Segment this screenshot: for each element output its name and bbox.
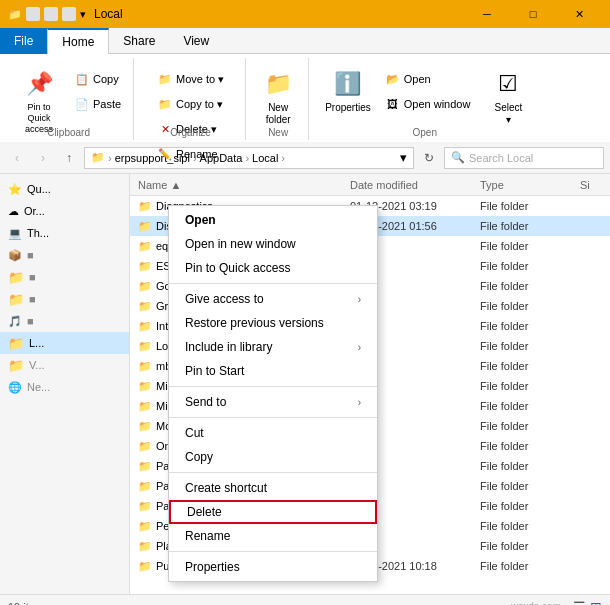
col-type[interactable]: Type (480, 179, 580, 191)
tab-home[interactable]: Home (47, 28, 109, 54)
new-folder-button[interactable]: 📁 Newfolder (256, 64, 300, 130)
ctx-open[interactable]: Open (169, 208, 377, 232)
copy-label: Copy (93, 73, 119, 85)
v-icon: 📁 (8, 358, 24, 373)
copy-to-button[interactable]: 📁 Copy to ▾ (153, 93, 228, 115)
address-path[interactable]: 📁 › erpsupport_sipl › AppData › Local › … (84, 147, 414, 169)
rename-button[interactable]: ✏️ Rename (153, 143, 228, 165)
ribbon-group-organize: 📁 Move to ▾ 📁 Copy to ▾ ✕ Delete ▾ ✏️ Re… (136, 58, 246, 140)
sidebar-item-onedrive[interactable]: ☁ Or... (0, 200, 129, 222)
copy-button[interactable]: 📋 Copy (70, 68, 125, 90)
ctx-pin-start[interactable]: Pin to Start (169, 359, 377, 383)
item-count: 19 items (8, 601, 50, 606)
file-folder-icon: 📁 (138, 340, 152, 353)
ctx-give-access[interactable]: Give access to › (169, 287, 377, 311)
sidebar-item-network[interactable]: 🌐 Ne... (0, 376, 129, 398)
paste-label: Paste (93, 98, 121, 110)
ribbon-tabs: File Home Share View (0, 28, 610, 54)
ctx-create-shortcut[interactable]: Create shortcut (169, 476, 377, 500)
col-name[interactable]: Name ▲ (130, 179, 350, 191)
ctx-send-to[interactable]: Send to › (169, 390, 377, 414)
file-folder-icon: 📁 (138, 360, 152, 373)
file-folder-icon: 📁 (138, 560, 152, 573)
file-folder-icon: 📁 (138, 240, 152, 253)
file-folder-icon: 📁 (138, 280, 152, 293)
paste-button[interactable]: 📄 Paste (70, 93, 125, 115)
ctx-pin-quick[interactable]: Pin to Quick access (169, 256, 377, 280)
ctx-rename[interactable]: Rename (169, 524, 377, 548)
file-folder-icon: 📁 (138, 380, 152, 393)
path-local[interactable]: Local (252, 152, 278, 164)
properties-button[interactable]: ℹ️ Properties (319, 64, 377, 118)
sidebar-item-downloads[interactable]: 📁 ■ (0, 288, 129, 310)
file-folder-icon: 📁 (138, 200, 152, 213)
quick-access-icon: ⭐ (8, 183, 22, 196)
grid-view-button[interactable]: ⊞ (590, 599, 602, 606)
status-bar: 19 items wsxdn.com ☰ ⊞ (0, 594, 610, 605)
ribbon-group-open: ℹ️ Properties 📂 Open 🖼 Open window ☑ Sel… (311, 58, 538, 140)
ctx-restore[interactable]: Restore previous versions (169, 311, 377, 335)
list-view-button[interactable]: ☰ (573, 599, 586, 606)
maximize-button[interactable]: □ (510, 0, 556, 28)
sidebar-item-3d[interactable]: 📦 ■ (0, 244, 129, 266)
sidebar-3d-label: ■ (27, 249, 34, 261)
watermark: wsxdn.com (511, 601, 561, 605)
sidebar-item-this-pc[interactable]: 💻 Th... (0, 222, 129, 244)
ctx-open-new-window[interactable]: Open in new window (169, 232, 377, 256)
clipboard-buttons: 📌 Pin to Quickaccess 📋 Copy 📄 Paste (12, 60, 125, 152)
move-to-button[interactable]: 📁 Move to ▾ (153, 68, 228, 90)
ctx-delete[interactable]: Delete (169, 500, 377, 524)
refresh-button[interactable]: ↻ (418, 147, 440, 169)
open-icon: 📂 (385, 71, 401, 87)
minimize-button[interactable]: ─ (464, 0, 510, 28)
ctx-include-library[interactable]: Include in library › (169, 335, 377, 359)
folder-icon-address: 📁 (91, 151, 105, 164)
sidebar-v-label: V... (29, 359, 45, 371)
sidebar-music-label: ■ (27, 315, 34, 327)
file-folder-icon: 📁 (138, 320, 152, 333)
ctx-copy[interactable]: Copy (169, 445, 377, 469)
sidebar-item-music[interactable]: 🎵 ■ (0, 310, 129, 332)
music-icon: 🎵 (8, 315, 22, 328)
col-size[interactable]: Si (580, 179, 610, 191)
ribbon-group-clipboard: 📌 Pin to Quickaccess 📋 Copy 📄 Paste Clip… (4, 58, 134, 140)
select-icon: ☑ (492, 68, 524, 100)
3d-icon: 📦 (8, 249, 22, 262)
copy-to-icon: 📁 (157, 96, 173, 112)
ctx-cut[interactable]: Cut (169, 421, 377, 445)
sidebar-quick-access-label: Qu... (27, 183, 51, 195)
open-new-window-btn[interactable]: 🖼 Open window (381, 93, 475, 115)
properties-label: Properties (325, 102, 371, 114)
file-folder-icon: 📁 (138, 540, 152, 553)
select-button[interactable]: ☑ Select▾ (486, 64, 530, 130)
sidebar-item-quick-access[interactable]: ⭐ Qu... (0, 178, 129, 200)
col-date[interactable]: Date modified (350, 179, 480, 191)
open-window-icon: 🖼 (385, 96, 401, 112)
close-button[interactable]: ✕ (556, 0, 602, 28)
open-btn[interactable]: 📂 Open (381, 68, 475, 90)
select-label: Select▾ (494, 102, 522, 126)
tab-view[interactable]: View (169, 28, 223, 54)
ctx-separator-4 (169, 472, 377, 473)
network-icon: 🌐 (8, 381, 22, 394)
file-folder-icon: 📁 (138, 480, 152, 493)
rename-icon: ✏️ (157, 146, 173, 162)
tab-share[interactable]: Share (109, 28, 169, 54)
ribbon-group-new: 📁 Newfolder New (248, 58, 309, 140)
sidebar-item-local[interactable]: 📁 L... (0, 332, 129, 354)
tab-file[interactable]: File (0, 28, 47, 54)
sidebar-item-desktop[interactable]: 📁 ■ (0, 266, 129, 288)
file-folder-icon: 📁 (138, 460, 152, 473)
file-folder-icon: 📁 (138, 520, 152, 533)
ctx-properties[interactable]: Properties (169, 555, 377, 579)
send-to-arrow: › (358, 397, 361, 408)
downloads-icon: 📁 (8, 292, 24, 307)
ctx-separator-3 (169, 417, 377, 418)
search-bar[interactable]: 🔍 Search Local (444, 147, 604, 169)
sidebar-onedrive-label: Or... (24, 205, 45, 217)
search-icon: 🔍 (451, 151, 465, 164)
move-to-label: Move to ▾ (176, 73, 224, 86)
ctx-separator-2 (169, 386, 377, 387)
sidebar-item-v[interactable]: 📁 V... (0, 354, 129, 376)
copy-to-label: Copy to ▾ (176, 98, 223, 111)
